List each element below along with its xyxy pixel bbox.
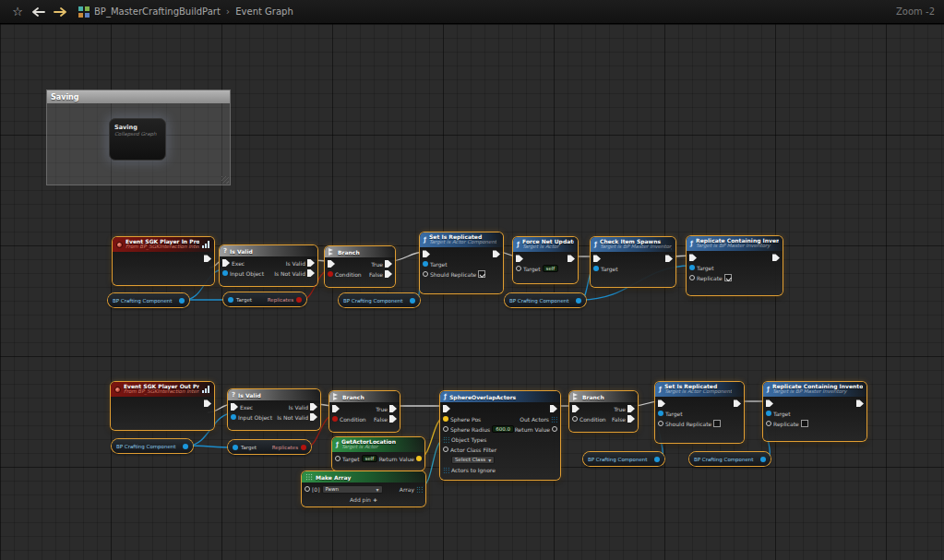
var-bp-crafting-component-6[interactable]: BP Crafting Component	[689, 452, 771, 466]
target-self-field[interactable]: self	[362, 455, 378, 462]
node-branch-3[interactable]: Branch Condition True False	[569, 391, 638, 432]
back-arrow-icon[interactable]	[30, 4, 47, 20]
pin-is-not-valid-out[interactable]: Is Not Valid	[274, 269, 315, 277]
breadcrumb-root[interactable]: BP_MasterCraftingBuildPart	[94, 6, 221, 17]
forward-arrow-icon[interactable]	[52, 4, 68, 20]
pin-false-out[interactable]: False	[374, 415, 397, 423]
node-event-sgk-player-out-proximity[interactable]: Event SGK Player Out Proximity From BP_S…	[111, 382, 214, 430]
pin-exec-in[interactable]	[658, 399, 721, 407]
node-force-net-update[interactable]: ƒ Force Net Update Target is Actor Targe…	[513, 237, 578, 283]
node-make-array[interactable]: Make Array [0]Pawn▾ Array Add pin+	[302, 471, 425, 506]
object-pin-icon[interactable]	[233, 445, 238, 450]
pin-target-in[interactable]: Target	[423, 260, 485, 268]
var-target-replicates-1[interactable]: TargetReplicates	[223, 292, 306, 306]
node-sphere-overlap-actors[interactable]: ƒ SphereOverlapActors Sphere Pos Sphere …	[440, 391, 560, 480]
node-replicate-containing-inventories-1[interactable]: ƒ Replicate Containing Inventories Targe…	[687, 236, 783, 295]
pin-target-in[interactable]: Target	[593, 265, 618, 272]
pin-is-valid-out[interactable]: Is Valid	[289, 403, 317, 411]
node-is-valid-2[interactable]: ? Is Valid Exec Input Object Is Valid Is…	[228, 389, 320, 430]
pin-exec-in[interactable]	[572, 405, 606, 412]
pin-actor-class-filter[interactable]: Actor Class Filter	[443, 446, 511, 453]
node-branch-1[interactable]: Branch Condition True False	[325, 246, 395, 287]
pin-target-in[interactable]: Target	[766, 410, 808, 417]
pin-exec-in[interactable]	[593, 255, 618, 262]
pin-should-replicate[interactable]: Should Replicate	[658, 420, 721, 427]
pin-exec-in[interactable]: Exec	[231, 403, 272, 411]
node-is-valid-1[interactable]: ? Is Valid Exec Input Object Is Valid Is…	[220, 245, 317, 286]
pin-input-object[interactable]: Input Object	[222, 269, 264, 277]
pin-out-actors[interactable]: Out Actors	[520, 415, 557, 423]
bool-pin-icon[interactable]	[296, 297, 302, 303]
wire-object[interactable]	[188, 446, 233, 447]
pin-true-out[interactable]: True	[371, 260, 392, 268]
pin-array-element-0[interactable]: [0]Pawn▾	[305, 485, 383, 493]
object-pin-icon[interactable]	[183, 444, 188, 449]
pin-exec-in[interactable]	[516, 255, 558, 262]
pin-array-out[interactable]: Array	[400, 485, 423, 493]
pin-target-in[interactable]: Target	[658, 410, 721, 417]
pin-condition[interactable]: Condition	[332, 415, 366, 423]
add-pin-button[interactable]: Add pin+	[302, 496, 425, 506]
node-get-actor-location[interactable]: ƒ GetActorLocation Target is Actor Targe…	[332, 437, 424, 471]
pin-false-out[interactable]: False	[369, 270, 392, 278]
bool-pin-icon[interactable]	[301, 445, 306, 450]
pin-replicate[interactable]: Replicate	[766, 420, 808, 427]
pin-exec-in[interactable]	[332, 405, 366, 412]
pin-exec-out[interactable]	[568, 255, 575, 262]
favorite-star-icon[interactable]: ☆	[9, 4, 26, 20]
pin-exec-in[interactable]	[423, 250, 485, 257]
pin-exec-in[interactable]	[328, 260, 362, 268]
pin-object-types[interactable]: Object Types	[443, 435, 511, 443]
pin-condition[interactable]: Condition	[328, 270, 362, 278]
pin-return-value[interactable]: Return Value	[515, 425, 557, 433]
target-self-field[interactable]: self	[543, 265, 559, 272]
pin-target-in[interactable]: Target	[689, 264, 732, 271]
pin-condition[interactable]: Condition	[572, 415, 606, 423]
var-bp-crafting-component-4[interactable]: BP Crafting Component	[112, 439, 193, 453]
pin-target-in[interactable]: Targetself	[516, 265, 558, 272]
pin-exec-out[interactable]	[493, 250, 500, 257]
node-check-item-spawns[interactable]: ƒ Check Item Spawns Target is BP Master …	[591, 237, 675, 287]
object-pin-icon[interactable]	[410, 298, 415, 304]
replicate-checkbox[interactable]	[801, 420, 808, 427]
object-pin-icon[interactable]	[654, 457, 660, 462]
element-0-dropdown[interactable]: Pawn▾	[322, 485, 383, 494]
event-graph-canvas[interactable]: Saving Saving Collapsed Graph	[0, 24, 944, 560]
pin-true-out[interactable]: True	[376, 405, 397, 412]
object-pin-icon[interactable]	[228, 297, 233, 303]
pin-exec-out[interactable]	[856, 399, 864, 407]
node-branch-2[interactable]: Branch Condition True False	[329, 391, 400, 432]
pin-exec-out[interactable]	[772, 254, 780, 261]
node-replicate-containing-inventories-2[interactable]: ƒ Replicate Containing Inventories Targe…	[763, 382, 866, 441]
pin-actors-to-ignore[interactable]: Actors to Ignore	[443, 466, 511, 473]
pin-sphere-radius[interactable]: Sphere Radius600.0	[443, 425, 511, 433]
pin-replicate[interactable]: Replicate	[689, 274, 732, 281]
pin-true-out[interactable]: True	[614, 405, 635, 412]
pin-exec-in[interactable]	[766, 399, 808, 407]
pin-exec-out[interactable]	[204, 399, 211, 407]
pin-false-out[interactable]: False	[612, 415, 635, 423]
object-pin-icon[interactable]	[179, 298, 185, 304]
var-bp-crafting-component-1[interactable]: BP Crafting Component	[108, 293, 189, 307]
should-replicate-checkbox[interactable]	[713, 420, 721, 427]
node-set-is-replicated-2[interactable]: ƒ Set Is Replicated Target is Actor Comp…	[655, 382, 744, 443]
pin-return-value[interactable]: Return Value	[379, 455, 422, 462]
actor-class-filter-dropdown[interactable]: Select Class▾	[451, 456, 511, 463]
pin-exec-out[interactable]	[665, 255, 673, 262]
pin-exec-in[interactable]	[689, 254, 732, 261]
var-bp-crafting-component-3[interactable]: BP Crafting Component	[505, 293, 586, 307]
var-bp-crafting-component-5[interactable]: BP Crafting Component	[583, 452, 664, 466]
pin-is-not-valid-out[interactable]: Is Not Valid	[277, 413, 317, 421]
pin-target-in[interactable]: Targetself	[335, 455, 376, 462]
replicate-checkbox[interactable]	[724, 274, 732, 281]
var-target-replicates-2[interactable]: TargetReplicates	[228, 440, 311, 454]
pin-exec-out[interactable]	[204, 255, 211, 262]
pin-input-object[interactable]: Input Object	[231, 413, 272, 421]
pin-exec-out[interactable]	[734, 399, 741, 407]
pin-exec-in[interactable]: Exec	[222, 259, 264, 267]
pin-is-valid-out[interactable]: Is Valid	[286, 259, 315, 267]
sphere-radius-field[interactable]: 600.0	[492, 425, 514, 433]
pin-sphere-pos[interactable]: Sphere Pos	[443, 415, 511, 423]
object-pin-icon[interactable]	[760, 457, 766, 462]
node-event-sgk-player-in-proximity[interactable]: Event SGK Player In Proximity From BP_SG…	[113, 237, 214, 285]
